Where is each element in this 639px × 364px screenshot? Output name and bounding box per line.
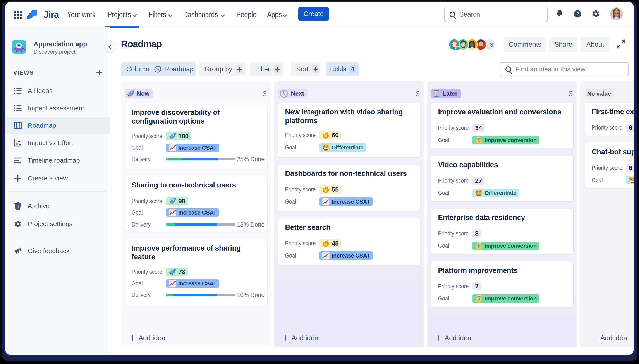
svg-text:?: ? (576, 11, 579, 16)
svg-text:+3: +3 (486, 41, 493, 48)
